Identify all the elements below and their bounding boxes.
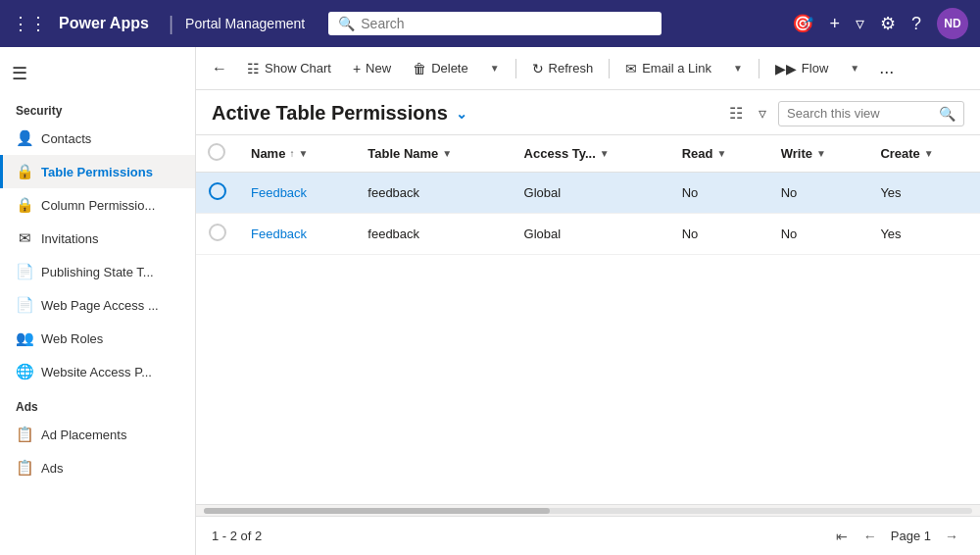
scrollbar-track[interactable] xyxy=(204,508,972,514)
row-create-0: Yes xyxy=(868,173,980,214)
select-all-header[interactable] xyxy=(196,135,239,173)
email-icon: ✉ xyxy=(625,61,637,76)
search-view-input[interactable] xyxy=(787,106,933,121)
target-icon[interactable]: 🎯 xyxy=(792,13,813,34)
row-selector-1[interactable] xyxy=(196,214,239,255)
sidebar-item-ad-placements[interactable]: 📋Ad Placements xyxy=(0,418,195,451)
row-radio-1[interactable] xyxy=(209,224,226,241)
col-header-name[interactable]: Name ↑ ▼ xyxy=(239,135,356,173)
row-name-0[interactable]: Feedback xyxy=(239,173,356,214)
search-view-button[interactable]: 🔍 xyxy=(939,106,956,122)
col-header-read[interactable]: Read ▼ xyxy=(670,135,769,173)
refresh-icon: ↻ xyxy=(532,61,544,76)
chart-icon: ☷ xyxy=(247,61,260,76)
next-page-button[interactable]: → xyxy=(939,525,964,548)
waffle-icon[interactable]: ⋮⋮ xyxy=(12,13,47,34)
title-dropdown-chevron[interactable]: ⌄ xyxy=(456,106,467,122)
row-tableName-1: feedback xyxy=(356,214,512,255)
row-accessType-0: Global xyxy=(513,173,670,214)
email-dropdown-button[interactable]: ▼ xyxy=(723,58,753,78)
search-icon: 🔍 xyxy=(338,16,355,31)
table-area: Active Table Permissions ⌄ ☷ ▿ 🔍 xyxy=(196,90,980,555)
first-page-button[interactable]: ⇤ xyxy=(830,525,854,548)
row-selector-0[interactable] xyxy=(196,173,239,214)
chevron-down-icon-2: ▼ xyxy=(733,63,743,74)
sidebar-item-website-access[interactable]: 🌐Website Access P... xyxy=(0,355,195,388)
search-view-box: 🔍 xyxy=(778,101,964,126)
col-sort-icon: ▼ xyxy=(442,148,452,159)
record-count: 1 - 2 of 2 xyxy=(212,529,262,543)
toolbar-separator-1 xyxy=(515,59,516,78)
ads-icon: 📋 xyxy=(16,459,33,477)
col-sort-icon-4: ▼ xyxy=(816,148,826,159)
scrollbar-thumb[interactable] xyxy=(204,508,550,514)
sidebar-toggle[interactable]: ☰ xyxy=(0,55,195,92)
filter-rows-icon[interactable]: ▿ xyxy=(755,100,770,126)
table-header-row: Active Table Permissions ⌄ ☷ ▿ 🔍 xyxy=(196,90,980,135)
email-link-button[interactable]: ✉ Email a Link xyxy=(615,56,721,81)
table-row[interactable]: FeedbackfeedbackGlobalNoNoYes xyxy=(196,173,980,214)
delete-dropdown-button[interactable]: ▼ xyxy=(480,58,510,78)
sidebar-item-publishing-state[interactable]: 📄Publishing State T... xyxy=(0,255,195,288)
col-header-access-type[interactable]: Access Ty... ▼ xyxy=(513,135,670,173)
global-search-input[interactable] xyxy=(361,16,652,31)
toolbar-separator-3 xyxy=(759,59,760,78)
prev-page-button[interactable]: ← xyxy=(858,525,883,548)
global-search-bar: 🔍 xyxy=(328,12,662,35)
ads-label: Ads xyxy=(41,461,63,476)
row-create-1: Yes xyxy=(868,214,980,255)
table-permissions-label: Table Permissions xyxy=(41,165,153,179)
top-navigation: ⋮⋮ Power Apps | Portal Management 🔍 🎯 + … xyxy=(0,0,980,47)
sidebar-item-web-page-access[interactable]: 📄Web Page Access ... xyxy=(0,288,195,322)
sidebar-item-invitations[interactable]: ✉Invitations xyxy=(0,222,195,255)
row-radio-0[interactable] xyxy=(209,182,226,200)
sidebar-item-table-permissions[interactable]: 🔒Table Permissions xyxy=(0,155,195,188)
sidebar-item-column-permissions[interactable]: 🔒Column Permissio... xyxy=(0,188,195,222)
refresh-button[interactable]: ↻ Refresh xyxy=(522,56,604,81)
sidebar-item-ads[interactable]: 📋Ads xyxy=(0,451,195,484)
toolbar: ← ☷ Show Chart + New 🗑 Delete ▼ ↻ Refres… xyxy=(196,47,980,90)
avatar[interactable]: ND xyxy=(937,8,968,39)
plus-icon: + xyxy=(353,61,361,76)
row-read-0: No xyxy=(670,173,769,214)
nav-divider: | xyxy=(169,13,173,35)
publishing-state-icon: 📄 xyxy=(16,263,33,280)
row-tableName-0: feedback xyxy=(356,173,512,214)
col-header-write[interactable]: Write ▼ xyxy=(769,135,869,173)
col-sort-icon-5: ▼ xyxy=(924,148,934,159)
header-checkbox xyxy=(208,143,225,161)
view-selector-icon[interactable]: ☷ xyxy=(725,100,747,126)
web-roles-label: Web Roles xyxy=(41,331,103,346)
delete-button[interactable]: 🗑 Delete xyxy=(403,56,478,81)
settings-icon[interactable]: ⚙ xyxy=(880,13,896,34)
nav-right-icons: 🎯 + ▿ ⚙ ? ND xyxy=(792,8,968,39)
col-header-create[interactable]: Create ▼ xyxy=(868,135,980,173)
sidebar-section-title: Ads xyxy=(0,388,195,418)
new-button[interactable]: + New xyxy=(343,56,401,81)
table-header-actions: ☷ ▿ 🔍 xyxy=(725,100,964,126)
show-chart-button[interactable]: ☷ Show Chart xyxy=(237,56,341,81)
more-options-button[interactable]: ... xyxy=(871,53,902,83)
flow-button[interactable]: ▶▶ Flow xyxy=(765,56,838,81)
flow-dropdown-button[interactable]: ▼ xyxy=(840,58,869,78)
main-layout: ☰ Security👤Contacts🔒Table Permissions🔒Co… xyxy=(0,47,980,555)
web-roles-icon: 👥 xyxy=(16,329,33,347)
row-name-1[interactable]: Feedback xyxy=(239,214,356,255)
sidebar-item-web-roles[interactable]: 👥Web Roles xyxy=(0,322,195,355)
back-button[interactable]: ← xyxy=(204,55,235,82)
row-read-1: No xyxy=(670,214,769,255)
horizontal-scrollbar-area xyxy=(196,504,980,516)
help-icon[interactable]: ? xyxy=(911,14,921,34)
invitations-label: Invitations xyxy=(41,231,99,246)
data-table-wrapper: Name ↑ ▼ Table Name ▼ xyxy=(196,135,980,504)
website-access-label: Website Access P... xyxy=(41,365,152,379)
add-icon[interactable]: + xyxy=(829,14,840,34)
app-title: Power Apps xyxy=(59,15,149,32)
trash-icon: 🗑 xyxy=(413,61,426,76)
contacts-label: Contacts xyxy=(41,131,91,146)
table-row[interactable]: FeedbackfeedbackGlobalNoNoYes xyxy=(196,214,980,255)
sidebar-item-contacts[interactable]: 👤Contacts xyxy=(0,122,195,155)
col-header-table-name[interactable]: Table Name ▼ xyxy=(356,135,512,173)
web-page-access-icon: 📄 xyxy=(16,296,33,314)
filter-icon[interactable]: ▿ xyxy=(856,13,864,34)
